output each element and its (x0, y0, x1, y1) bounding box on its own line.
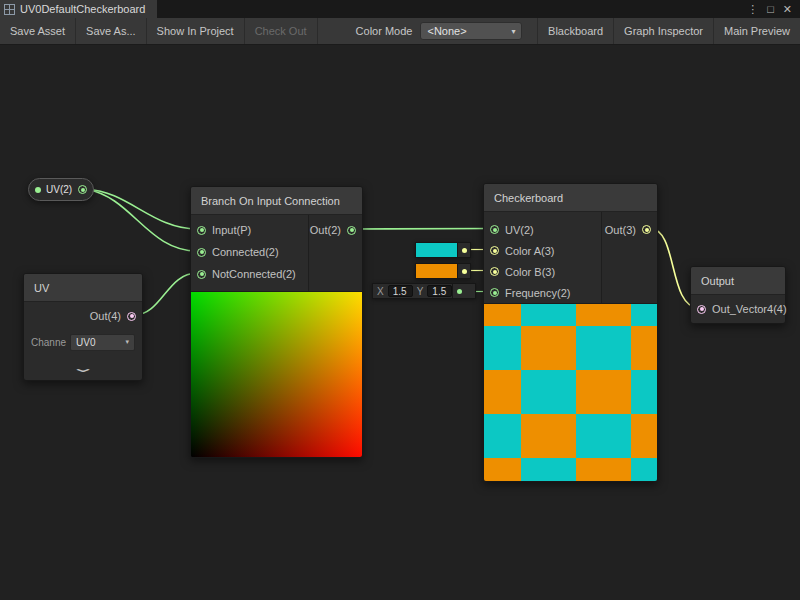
frequency-y-label: Y (413, 286, 428, 297)
output-node-header[interactable]: Output (691, 267, 785, 295)
frequency-x-field[interactable]: 1.5 (388, 285, 413, 297)
shader-graph-window: UV0DefaultCheckerboard ⋮ □ ✕ Save Asset … (0, 0, 800, 600)
checkerboard-node[interactable]: Checkerboard UV(2) Color A(3) Color B(3) (483, 183, 658, 482)
edge-uv-to-notconnected[interactable] (134, 273, 197, 315)
checkerboard-uv-label: UV(2) (505, 224, 534, 236)
checkerboard-node-body: UV(2) Color A(3) Color B(3) Frequency(2)… (484, 212, 657, 303)
output-node-body: Out_Vector4(4) (691, 295, 785, 323)
color-a-connector (457, 243, 470, 257)
save-asset-button[interactable]: Save Asset (0, 18, 76, 44)
color-b-connector (457, 264, 470, 278)
color-mode-value: <None> (427, 25, 466, 37)
checkerboard-frequency-label: Frequency(2) (505, 287, 570, 299)
color-b-connector-dot (462, 269, 467, 274)
chevron-down-icon: ▾ (511, 27, 515, 36)
check-out-button: Check Out (245, 18, 318, 44)
checkerboard-color-a-label: Color A(3) (505, 245, 555, 257)
uv-output-row: Out(4) (24, 302, 142, 328)
blackboard-button[interactable]: Blackboard (537, 18, 613, 44)
color-b-swatch-widget[interactable] (415, 263, 471, 279)
uv-pill-node[interactable]: UV(2) (28, 178, 94, 201)
graph-inspector-button[interactable]: Graph Inspector (613, 18, 713, 44)
branch-input-port-notconnected[interactable] (197, 270, 206, 279)
chevron-down-icon: ⌄ (70, 361, 96, 375)
output-vector4-port[interactable] (697, 305, 706, 314)
save-as-button[interactable]: Save As... (76, 18, 147, 44)
pill-node-dot (35, 187, 41, 193)
close-icon[interactable]: ✕ (783, 4, 792, 15)
checkerboard-node-preview (484, 303, 657, 481)
uv-collapse-toggle[interactable]: ⌄ (24, 356, 142, 380)
frequency-widget: X 1.5 Y 1.5 (372, 283, 476, 299)
titlebar: UV0DefaultCheckerboard ⋮ □ ✕ (0, 0, 800, 18)
checkerboard-node-header[interactable]: Checkerboard (484, 184, 657, 212)
branch-node-body: Input(P) Connected(2) NotConnected(2) Ou… (191, 215, 362, 291)
checkerboard-output-port[interactable] (642, 225, 651, 234)
uv-node-header[interactable]: UV (24, 274, 142, 302)
branch-input-label: NotConnected(2) (212, 268, 296, 280)
kebab-menu-icon[interactable]: ⋮ (747, 4, 758, 15)
uv-output-port[interactable] (127, 312, 136, 321)
branch-output-label: Out(2) (310, 224, 341, 236)
branch-output-port[interactable] (347, 226, 356, 235)
branch-input-port-input[interactable] (197, 226, 206, 235)
uv-channel-value: UV0 (76, 337, 95, 348)
uv-node[interactable]: UV Out(4) Channe UV0 ▾ ⌄ (23, 273, 143, 381)
uv-node-title: UV (34, 282, 49, 294)
checkerboard-output-row: Out(3) (599, 219, 657, 240)
color-mode-dropdown[interactable]: <None> ▾ (420, 22, 522, 40)
main-preview-button[interactable]: Main Preview (713, 18, 800, 44)
color-a-connector-dot (462, 248, 467, 253)
tab-title: UV0DefaultCheckerboard (20, 3, 145, 15)
checkerboard-uv-port[interactable] (490, 225, 499, 234)
color-mode-label: Color Mode (348, 18, 421, 44)
chevron-down-icon: ▾ (125, 338, 129, 346)
checkerboard-output-label: Out(3) (605, 224, 636, 236)
graph-canvas[interactable]: UV(2) Branch On Input Connection Input(P… (0, 45, 800, 600)
output-input-row: Out_Vector4(4) (691, 295, 785, 323)
uv-output-label: Out(4) (90, 310, 121, 322)
branch-input-label: Input(P) (212, 224, 251, 236)
output-node[interactable]: Output Out_Vector4(4) (690, 266, 786, 324)
toolbar: Save Asset Save As... Show In Project Ch… (0, 18, 800, 45)
edge-branch-to-checkerboard[interactable] (355, 229, 491, 230)
color-a-swatch[interactable] (416, 243, 457, 257)
branch-input-label: Connected(2) (212, 246, 279, 258)
checkerboard-node-title: Checkerboard (494, 192, 563, 204)
shader-graph-icon (4, 4, 15, 15)
checkerboard-color-b-port[interactable] (490, 267, 499, 276)
frequency-x-label: X (373, 286, 388, 297)
frequency-y-field[interactable]: 1.5 (427, 285, 452, 297)
window-controls: ⋮ □ ✕ (747, 0, 800, 18)
branch-input-port-connected[interactable] (197, 248, 206, 257)
show-in-project-button[interactable]: Show In Project (147, 18, 245, 44)
graph-tab[interactable]: UV0DefaultCheckerboard (0, 0, 157, 18)
uv-channel-dropdown[interactable]: UV0 ▾ (70, 334, 135, 351)
uv-pill-label: UV(2) (46, 184, 72, 195)
color-b-swatch[interactable] (416, 264, 457, 278)
checkerboard-frequency-port[interactable] (490, 288, 499, 297)
output-vector4-label: Out_Vector4(4) (712, 303, 787, 315)
checkerboard-color-b-label: Color B(3) (505, 266, 555, 278)
branch-node-title: Branch On Input Connection (201, 195, 340, 207)
output-node-title: Output (701, 275, 734, 287)
uv-channel-row: Channe UV0 ▾ (24, 328, 142, 356)
branch-node-header[interactable]: Branch On Input Connection (191, 187, 362, 215)
uv-channel-label: Channe (31, 337, 66, 348)
uv-pill-output-port[interactable] (78, 185, 87, 194)
branch-node-preview (191, 291, 362, 457)
frequency-connector-dot (457, 289, 462, 294)
maximize-icon[interactable]: □ (767, 4, 774, 15)
color-a-swatch-widget[interactable] (415, 242, 471, 258)
edge-uvpill-to-connected[interactable] (87, 190, 197, 252)
branch-node[interactable]: Branch On Input Connection Input(P) Conn… (190, 186, 363, 458)
frequency-connector (452, 284, 465, 298)
toolbar-right-group: Blackboard Graph Inspector Main Preview (537, 18, 800, 44)
branch-output-row: Out(2) (304, 219, 362, 241)
checkerboard-color-a-port[interactable] (490, 246, 499, 255)
